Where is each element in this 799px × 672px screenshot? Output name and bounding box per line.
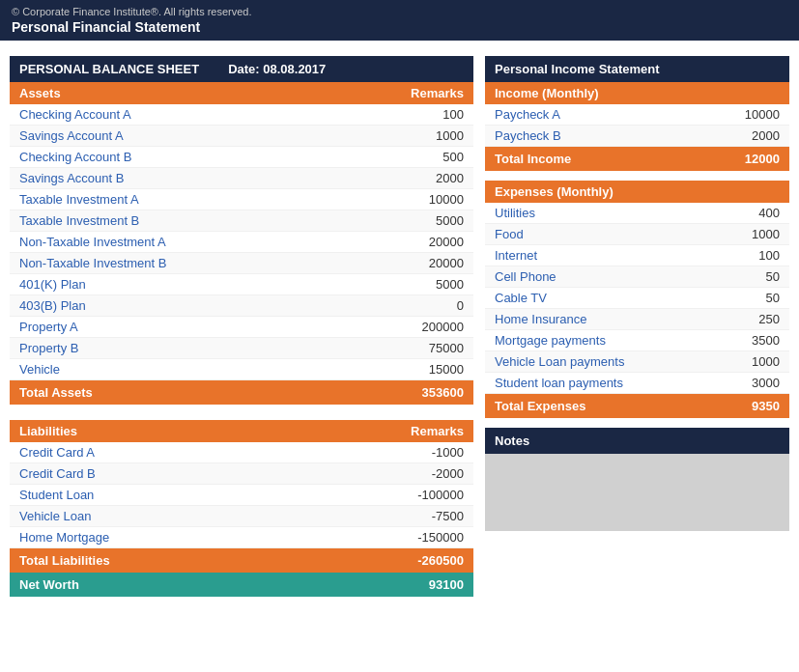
expense-label: Cell Phone <box>495 269 702 284</box>
liability-label: Student Loan <box>19 488 367 502</box>
asset-value: 500 <box>367 150 464 164</box>
liabilities-table: Credit Card A-1000Credit Card B-2000Stud… <box>10 442 473 548</box>
copyright-text: © Corporate Finance Institute®. All righ… <box>12 6 787 17</box>
asset-label: Checking Account A <box>19 107 367 122</box>
expense-row: Mortgage payments3500 <box>485 330 789 351</box>
asset-value: 1000 <box>367 128 464 143</box>
total-assets-value: 353600 <box>367 385 464 400</box>
asset-label: Vehicle <box>19 362 367 377</box>
liability-row: Credit Card B-2000 <box>10 463 473 485</box>
liability-label: Vehicle Loan <box>19 509 367 523</box>
total-liabilities-label: Total Liabilities <box>19 553 367 568</box>
asset-label: Taxable Investment A <box>19 192 367 207</box>
liability-value: -2000 <box>367 466 464 481</box>
liability-label: Credit Card A <box>19 445 367 460</box>
assets-column-header: Assets Remarks <box>10 82 473 104</box>
asset-label: Non-Taxable Investment A <box>19 235 367 249</box>
expense-label: Student loan payments <box>495 376 702 390</box>
notes-title: Notes <box>485 428 789 454</box>
liability-value: -7500 <box>367 509 464 523</box>
liability-row: Student Loan-100000 <box>10 485 473 506</box>
income-value: 2000 <box>702 128 780 143</box>
income-row: Paycheck B2000 <box>485 126 789 147</box>
expense-label: Vehicle Loan payments <box>495 354 702 369</box>
asset-row: Checking Account B500 <box>10 147 473 168</box>
total-expenses-label: Total Expenses <box>495 399 702 413</box>
liabilities-column-header: Liabilities Remarks <box>10 420 473 442</box>
remarks-label: Remarks <box>367 86 464 100</box>
liability-label: Credit Card B <box>19 466 367 481</box>
expense-row: Food1000 <box>485 224 789 245</box>
asset-label: Checking Account B <box>19 150 367 164</box>
income-row: Paycheck A10000 <box>485 104 789 126</box>
expense-label: Food <box>495 227 702 241</box>
total-liabilities-value: -260500 <box>367 553 464 568</box>
income-value: 10000 <box>702 107 780 122</box>
right-panel: Personal Income Statement Income (Monthl… <box>485 56 789 597</box>
asset-row: Taxable Investment A10000 <box>10 189 473 210</box>
expense-label: Home Insurance <box>495 312 702 326</box>
expense-value: 3000 <box>702 376 780 390</box>
balance-sheet-date: Date: 08.08.2017 <box>228 62 326 76</box>
balance-sheet-title: PERSONAL BALANCE SHEET <box>19 62 199 76</box>
asset-value: 20000 <box>367 235 464 249</box>
expense-label: Cable TV <box>495 291 702 305</box>
income-table: Paycheck A10000Paycheck B2000 <box>485 104 789 147</box>
app-title: Personal Financial Statement <box>12 19 787 35</box>
asset-row: Taxable Investment B5000 <box>10 210 473 232</box>
expense-row: Utilities400 <box>485 203 789 224</box>
expense-value: 50 <box>702 291 780 305</box>
assets-label: Assets <box>19 86 367 100</box>
net-worth-row: Net Worth 93100 <box>10 573 473 597</box>
liabilities-remarks-label: Remarks <box>367 424 464 438</box>
income-label: Paycheck A <box>495 107 702 122</box>
expense-label: Mortgage payments <box>495 333 702 348</box>
asset-value: 2000 <box>367 171 464 185</box>
expense-value: 3500 <box>702 333 780 348</box>
total-liabilities-row: Total Liabilities -260500 <box>10 548 473 573</box>
asset-row: Property A200000 <box>10 317 473 338</box>
total-expenses-value: 9350 <box>702 399 780 413</box>
income-label: Paycheck B <box>495 128 702 143</box>
asset-label: Savings Account B <box>19 171 367 185</box>
net-worth-value: 93100 <box>367 577 464 592</box>
asset-value: 5000 <box>367 213 464 228</box>
expense-row: Vehicle Loan payments1000 <box>485 351 789 373</box>
assets-table: Checking Account A100Savings Account A10… <box>10 104 473 380</box>
income-monthly-header: Income (Monthly) <box>485 82 789 104</box>
total-assets-label: Total Assets <box>19 385 367 400</box>
liability-value: -100000 <box>367 488 464 502</box>
top-bar: © Corporate Finance Institute®. All righ… <box>0 0 799 41</box>
asset-row: Vehicle15000 <box>10 359 473 380</box>
asset-row: Savings Account B2000 <box>10 168 473 189</box>
asset-value: 5000 <box>367 277 464 292</box>
asset-value: 20000 <box>367 256 464 270</box>
notes-body <box>485 454 789 531</box>
asset-row: 401(K) Plan5000 <box>10 274 473 295</box>
balance-sheet-header: PERSONAL BALANCE SHEET Date: 08.08.2017 <box>10 56 473 82</box>
expense-row: Internet100 <box>485 245 789 266</box>
asset-row: Non-Taxable Investment B20000 <box>10 253 473 274</box>
expenses-monthly-header: Expenses (Monthly) <box>485 181 789 203</box>
expense-value: 400 <box>702 206 780 220</box>
asset-label: Non-Taxable Investment B <box>19 256 367 270</box>
expense-row: Cable TV50 <box>485 288 789 309</box>
asset-value: 200000 <box>367 320 464 334</box>
notes-section: Notes <box>485 428 789 531</box>
asset-row: Non-Taxable Investment A20000 <box>10 232 473 253</box>
asset-label: Taxable Investment B <box>19 213 367 228</box>
expense-value: 100 <box>702 248 780 263</box>
total-income-label: Total Income <box>495 152 702 166</box>
expense-label: Internet <box>495 248 702 263</box>
asset-label: Savings Account A <box>19 128 367 143</box>
expense-row: Home Insurance250 <box>485 309 789 330</box>
expense-value: 250 <box>702 312 780 326</box>
asset-label: Property B <box>19 341 367 355</box>
asset-row: 403(B) Plan0 <box>10 295 473 317</box>
expense-row: Student loan payments3000 <box>485 373 789 394</box>
liability-value: -1000 <box>367 445 464 460</box>
total-assets-row: Total Assets 353600 <box>10 380 473 405</box>
asset-label: 403(B) Plan <box>19 298 367 313</box>
expense-value: 50 <box>702 269 780 284</box>
liability-row: Vehicle Loan-7500 <box>10 506 473 527</box>
